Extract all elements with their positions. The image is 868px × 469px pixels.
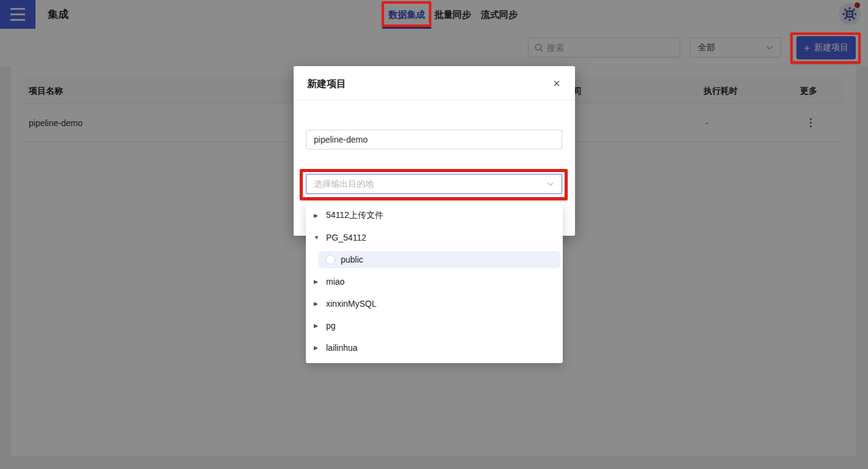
caret-right-icon[interactable]: ▶ xyxy=(314,301,324,307)
tree-item-label: miao xyxy=(326,277,344,287)
tree-item-lailinhua[interactable]: ▶ lailinhua xyxy=(306,337,563,359)
caret-right-icon[interactable]: ▶ xyxy=(314,323,324,329)
annotation-box-output-select xyxy=(300,169,568,200)
tree-item-label: PG_54112 xyxy=(326,233,366,242)
modal-title: 新建项目 xyxy=(307,78,346,91)
caret-down-icon[interactable]: ▼ xyxy=(314,234,324,241)
tree-item-54112-upload[interactable]: ▶ 54112上传文件 xyxy=(306,204,563,227)
tree-item-label: public xyxy=(341,255,363,265)
project-name-input[interactable] xyxy=(306,130,562,149)
tree-item-label: xinxinMySQL xyxy=(326,299,376,309)
tree-item-public[interactable]: public xyxy=(318,251,560,268)
tree-item-label: lailinhua xyxy=(326,343,357,353)
annotation-box-new-project-button xyxy=(790,32,861,64)
tree-child-row-wrap: public xyxy=(306,249,563,271)
tree-item-pg[interactable]: ▶ pg xyxy=(306,315,563,337)
caret-right-icon[interactable]: ▶ xyxy=(314,279,324,285)
caret-right-icon[interactable]: ▶ xyxy=(314,212,324,219)
radio-button-icon[interactable] xyxy=(325,255,335,265)
close-icon[interactable]: × xyxy=(548,75,565,92)
modal-header-divider xyxy=(294,100,575,100)
tree-item-label: 54112上传文件 xyxy=(326,210,384,221)
tree-item-xinxinmysql[interactable]: ▶ xinxinMySQL xyxy=(306,293,563,315)
tree-item-miao[interactable]: ▶ miao xyxy=(306,271,563,293)
annotation-box-active-tab xyxy=(382,1,431,27)
tree-item-pg-54112[interactable]: ▼ PG_54112 xyxy=(306,227,563,249)
output-destination-dropdown: ▶ 54112上传文件 ▼ PG_54112 public ▶ miao ▶ x… xyxy=(306,203,563,363)
tree-item-label: pg xyxy=(326,321,336,331)
caret-right-icon[interactable]: ▶ xyxy=(314,345,324,351)
